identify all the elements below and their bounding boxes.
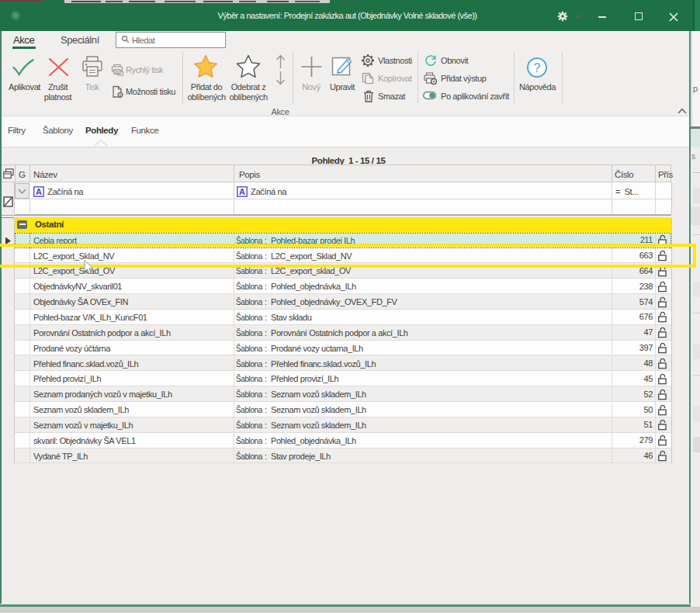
- svg-text:A: A: [239, 187, 245, 196]
- svg-text:?: ?: [534, 61, 541, 74]
- svg-text:A: A: [36, 187, 42, 196]
